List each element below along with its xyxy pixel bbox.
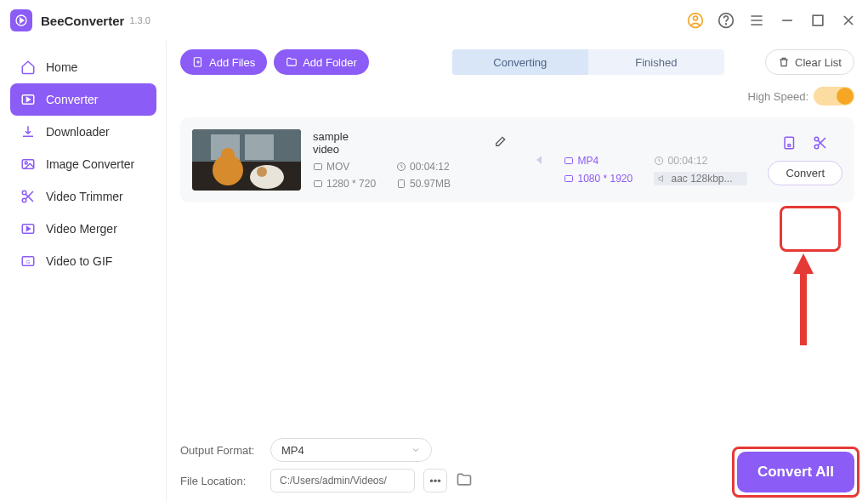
svg-rect-5 (813, 15, 823, 26)
scissors-icon[interactable] (813, 135, 828, 154)
chevron-down-icon (411, 445, 421, 455)
file-location-value: C:/Users/admin/Videos/ (270, 469, 415, 492)
add-files-label: Add Files (209, 56, 255, 69)
input-duration: 00:04:12 (396, 161, 473, 173)
input-resolution: 1280 * 720 (313, 178, 391, 190)
sidebar-item-label: Video to GIF (46, 254, 112, 268)
svg-rect-29 (565, 176, 573, 182)
app-title: BeeConverter (41, 14, 124, 28)
image-icon (20, 157, 36, 172)
clear-list-button[interactable]: Clear List (765, 49, 854, 75)
merger-icon (20, 221, 36, 236)
sidebar-item-label: Downloader (46, 125, 110, 139)
convert-all-button[interactable]: Convert All (737, 452, 854, 492)
sidebar-item-label: Image Converter (46, 157, 134, 171)
close-icon[interactable] (839, 11, 858, 30)
svg-rect-25 (315, 181, 322, 187)
task-title: sample video (313, 130, 366, 156)
arrow-icon (519, 152, 552, 168)
tab-segment: Converting Finished (452, 49, 724, 75)
output-audio[interactable]: aac 128kbp... (654, 172, 747, 185)
svg-point-10 (22, 198, 26, 202)
add-folder-label: Add Folder (303, 56, 357, 69)
input-size: 50.97MB (396, 178, 473, 190)
sidebar-item-video-merger[interactable]: Video Merger (10, 213, 156, 245)
sidebar-item-image-converter[interactable]: Image Converter (10, 148, 156, 180)
task-card: sample video MOV 00:04:12 1280 * 720 50.… (180, 117, 854, 202)
maximize-icon[interactable] (808, 11, 827, 30)
browse-button[interactable]: ••• (423, 469, 447, 492)
svg-point-22 (257, 167, 267, 177)
gif-icon: G (20, 253, 36, 269)
video-thumbnail (192, 129, 301, 191)
output-format[interactable]: MP4 (564, 155, 649, 167)
tab-converting[interactable]: Converting (452, 49, 588, 75)
svg-point-31 (788, 144, 791, 146)
convert-button[interactable]: Convert (768, 161, 842, 185)
bottom-bar: Output Format: MP4 File Location: C:/Use… (180, 431, 854, 492)
sidebar-item-converter[interactable]: Converter (10, 83, 156, 116)
home-icon (20, 60, 36, 75)
menu-icon[interactable] (747, 11, 766, 30)
trimmer-icon (20, 189, 36, 204)
sidebar-item-label: Video Merger (46, 222, 117, 236)
svg-point-8 (25, 162, 27, 164)
file-location-label: File Location: (180, 475, 262, 487)
svg-rect-26 (399, 180, 405, 188)
converter-icon (20, 92, 36, 107)
svg-point-33 (814, 145, 819, 149)
svg-rect-27 (565, 158, 573, 164)
sidebar-item-label: Video Trimmer (46, 190, 123, 203)
output-info: MP4 00:04:12 1080 * 1920 aac 128kbp... (564, 134, 756, 185)
title-bar: BeeConverter 1.3.0 (0, 0, 868, 41)
add-folder-button[interactable]: Add Folder (274, 49, 369, 75)
settings-icon[interactable] (782, 135, 797, 154)
download-icon (20, 124, 36, 139)
high-speed-toggle[interactable] (814, 87, 854, 105)
sidebar-item-home[interactable]: Home (10, 51, 156, 83)
svg-point-21 (250, 165, 284, 189)
help-icon[interactable] (717, 11, 735, 30)
sidebar-item-downloader[interactable]: Downloader (10, 116, 156, 148)
output-format-label: Output Format: (180, 444, 262, 457)
svg-point-9 (22, 191, 26, 195)
output-duration: 00:04:12 (654, 155, 756, 167)
sidebar: Home Converter Downloader Image Converte… (0, 41, 167, 501)
output-format-value: MP4 (281, 444, 304, 457)
user-icon[interactable] (686, 11, 705, 30)
svg-point-2 (694, 16, 698, 20)
content-area: Add Files Add Folder Converting Finished… (167, 41, 868, 501)
sidebar-item-label: Converter (46, 93, 98, 106)
svg-point-32 (814, 137, 819, 141)
svg-rect-23 (315, 164, 322, 170)
svg-rect-18 (245, 134, 274, 160)
svg-point-4 (726, 24, 727, 25)
clear-list-label: Clear List (795, 56, 842, 69)
svg-text:G: G (26, 259, 31, 265)
edit-icon[interactable] (494, 134, 508, 151)
open-folder-icon[interactable] (456, 471, 473, 491)
input-format: MOV (313, 161, 391, 173)
svg-rect-7 (22, 160, 34, 169)
high-speed-label: High Speed: (747, 90, 808, 103)
app-logo-icon (10, 9, 32, 31)
output-resolution[interactable]: 1080 * 1920 (564, 172, 649, 185)
add-files-button[interactable]: Add Files (180, 49, 267, 75)
output-format-select[interactable]: MP4 (270, 438, 432, 462)
minimize-icon[interactable] (778, 11, 797, 30)
sidebar-item-video-trimmer[interactable]: Video Trimmer (10, 180, 156, 213)
tab-finished[interactable]: Finished (588, 49, 724, 75)
app-version: 1.3.0 (129, 15, 150, 26)
sidebar-item-video-to-gif[interactable]: G Video to GIF (10, 245, 156, 277)
sidebar-item-label: Home (46, 60, 77, 74)
svg-point-20 (221, 148, 235, 162)
